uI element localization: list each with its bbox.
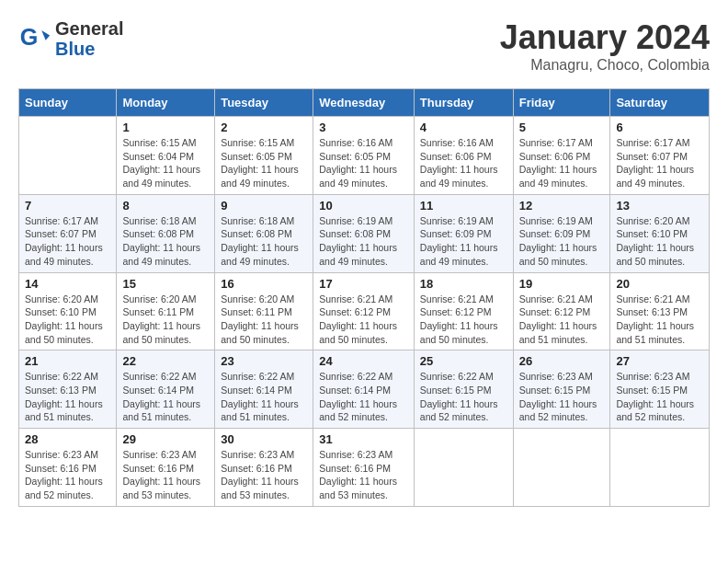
day-detail: Sunrise: 6:23 AMSunset: 6:16 PMDaylight:… (319, 448, 408, 502)
day-detail: Sunrise: 6:20 AMSunset: 6:10 PMDaylight:… (616, 214, 703, 269)
calendar-cell (19, 117, 117, 195)
day-detail: Sunrise: 6:23 AMSunset: 6:16 PMDaylight:… (122, 448, 209, 502)
calendar-cell: 9Sunrise: 6:18 AMSunset: 6:08 PMDaylight… (215, 194, 313, 272)
calendar-cell (414, 429, 513, 507)
calendar-week-4: 21Sunrise: 6:22 AMSunset: 6:13 PMDayligh… (19, 350, 710, 429)
calendar-cell: 11Sunrise: 6:19 AMSunset: 6:09 PMDayligh… (414, 194, 513, 272)
calendar-cell: 24Sunrise: 6:22 AMSunset: 6:14 PMDayligh… (313, 350, 415, 429)
day-detail: Sunrise: 6:23 AMSunset: 6:15 PMDaylight:… (519, 370, 605, 424)
calendar-cell: 1Sunrise: 6:15 AMSunset: 6:04 PMDaylight… (117, 117, 215, 195)
day-number: 11 (420, 199, 507, 213)
calendar-cell: 29Sunrise: 6:23 AMSunset: 6:16 PMDayligh… (117, 429, 215, 507)
column-header-monday: Monday (117, 89, 215, 117)
calendar-cell: 27Sunrise: 6:23 AMSunset: 6:15 PMDayligh… (610, 350, 710, 429)
calendar-cell: 2Sunrise: 6:15 AMSunset: 6:05 PMDaylight… (215, 117, 313, 195)
day-number: 18 (420, 277, 507, 291)
calendar-table: SundayMondayTuesdayWednesdayThursdayFrid… (18, 88, 710, 507)
day-number: 6 (616, 121, 703, 134)
day-number: 25 (420, 354, 507, 368)
day-number: 16 (221, 277, 307, 291)
calendar-cell: 25Sunrise: 6:22 AMSunset: 6:15 PMDayligh… (414, 350, 513, 429)
calendar-cell: 15Sunrise: 6:20 AMSunset: 6:11 PMDayligh… (117, 272, 215, 350)
calendar-cell: 7Sunrise: 6:17 AMSunset: 6:07 PMDaylight… (19, 194, 117, 272)
calendar-cell: 16Sunrise: 6:20 AMSunset: 6:11 PMDayligh… (215, 272, 313, 350)
day-detail: Sunrise: 6:19 AMSunset: 6:08 PMDaylight:… (319, 214, 408, 269)
day-detail: Sunrise: 6:20 AMSunset: 6:11 PMDaylight:… (221, 293, 307, 347)
calendar-cell: 17Sunrise: 6:21 AMSunset: 6:12 PMDayligh… (313, 272, 415, 350)
day-detail: Sunrise: 6:21 AMSunset: 6:12 PMDaylight:… (519, 293, 605, 347)
calendar-cell: 12Sunrise: 6:19 AMSunset: 6:09 PMDayligh… (513, 194, 610, 272)
day-detail: Sunrise: 6:18 AMSunset: 6:08 PMDaylight:… (221, 214, 307, 269)
day-detail: Sunrise: 6:23 AMSunset: 6:15 PMDaylight:… (616, 370, 703, 424)
day-number: 15 (122, 277, 209, 291)
month-title: January 2024 (500, 18, 710, 57)
calendar-week-3: 14Sunrise: 6:20 AMSunset: 6:10 PMDayligh… (19, 272, 710, 350)
logo-icon: G (18, 22, 51, 55)
day-detail: Sunrise: 6:23 AMSunset: 6:16 PMDaylight:… (25, 448, 110, 502)
column-header-wednesday: Wednesday (313, 89, 415, 117)
column-header-thursday: Thursday (414, 89, 513, 117)
day-number: 24 (319, 354, 408, 368)
day-detail: Sunrise: 6:17 AMSunset: 6:06 PMDaylight:… (519, 136, 605, 190)
svg-marker-1 (41, 30, 50, 40)
calendar-cell (610, 429, 710, 507)
calendar-cell: 23Sunrise: 6:22 AMSunset: 6:14 PMDayligh… (215, 350, 313, 429)
calendar-cell: 28Sunrise: 6:23 AMSunset: 6:16 PMDayligh… (19, 429, 117, 507)
calendar-cell: 14Sunrise: 6:20 AMSunset: 6:10 PMDayligh… (19, 272, 117, 350)
day-number: 12 (519, 199, 605, 213)
calendar-cell: 6Sunrise: 6:17 AMSunset: 6:07 PMDaylight… (610, 117, 710, 195)
day-number: 8 (122, 199, 209, 213)
calendar-week-5: 28Sunrise: 6:23 AMSunset: 6:16 PMDayligh… (19, 429, 710, 507)
calendar-cell: 10Sunrise: 6:19 AMSunset: 6:08 PMDayligh… (313, 194, 415, 272)
day-detail: Sunrise: 6:19 AMSunset: 6:09 PMDaylight:… (420, 214, 507, 269)
day-number: 28 (25, 432, 110, 446)
location-subtitle: Managru, Choco, Colombia (500, 57, 710, 74)
day-detail: Sunrise: 6:22 AMSunset: 6:14 PMDaylight:… (319, 370, 408, 424)
day-detail: Sunrise: 6:22 AMSunset: 6:15 PMDaylight:… (420, 370, 507, 424)
calendar-cell: 20Sunrise: 6:21 AMSunset: 6:13 PMDayligh… (610, 272, 710, 350)
day-number: 3 (319, 121, 408, 134)
calendar-cell: 4Sunrise: 6:16 AMSunset: 6:06 PMDaylight… (414, 117, 513, 195)
day-detail: Sunrise: 6:15 AMSunset: 6:04 PMDaylight:… (122, 136, 209, 190)
day-detail: Sunrise: 6:19 AMSunset: 6:09 PMDaylight:… (519, 214, 605, 269)
calendar-cell: 18Sunrise: 6:21 AMSunset: 6:12 PMDayligh… (414, 272, 513, 350)
calendar-cell: 26Sunrise: 6:23 AMSunset: 6:15 PMDayligh… (513, 350, 610, 429)
day-detail: Sunrise: 6:17 AMSunset: 6:07 PMDaylight:… (616, 136, 703, 190)
day-detail: Sunrise: 6:21 AMSunset: 6:12 PMDaylight:… (420, 293, 507, 347)
day-detail: Sunrise: 6:22 AMSunset: 6:13 PMDaylight:… (25, 370, 110, 424)
day-number: 4 (420, 121, 507, 134)
page-header: G General Blue January 2024 Managru, Cho… (18, 18, 710, 74)
day-number: 2 (221, 121, 307, 134)
day-detail: Sunrise: 6:23 AMSunset: 6:16 PMDaylight:… (221, 448, 307, 502)
day-number: 20 (616, 277, 703, 291)
day-number: 14 (25, 277, 110, 291)
title-area: January 2024 Managru, Choco, Colombia (500, 18, 710, 74)
day-number: 5 (519, 121, 605, 134)
day-number: 1 (122, 121, 209, 134)
calendar-week-1: 1Sunrise: 6:15 AMSunset: 6:04 PMDaylight… (19, 117, 710, 195)
day-detail: Sunrise: 6:16 AMSunset: 6:05 PMDaylight:… (319, 136, 408, 190)
day-number: 21 (25, 354, 110, 368)
calendar-cell: 22Sunrise: 6:22 AMSunset: 6:14 PMDayligh… (117, 350, 215, 429)
column-header-sunday: Sunday (19, 89, 117, 117)
calendar-body: 1Sunrise: 6:15 AMSunset: 6:04 PMDaylight… (19, 117, 710, 507)
day-detail: Sunrise: 6:15 AMSunset: 6:05 PMDaylight:… (221, 136, 307, 190)
day-detail: Sunrise: 6:20 AMSunset: 6:11 PMDaylight:… (122, 293, 209, 347)
calendar-cell: 3Sunrise: 6:16 AMSunset: 6:05 PMDaylight… (313, 117, 415, 195)
calendar-cell: 21Sunrise: 6:22 AMSunset: 6:13 PMDayligh… (19, 350, 117, 429)
day-detail: Sunrise: 6:18 AMSunset: 6:08 PMDaylight:… (122, 214, 209, 269)
calendar-cell: 8Sunrise: 6:18 AMSunset: 6:08 PMDaylight… (117, 194, 215, 272)
day-detail: Sunrise: 6:20 AMSunset: 6:10 PMDaylight:… (25, 293, 110, 347)
calendar-cell: 30Sunrise: 6:23 AMSunset: 6:16 PMDayligh… (215, 429, 313, 507)
calendar-cell: 5Sunrise: 6:17 AMSunset: 6:06 PMDaylight… (513, 117, 610, 195)
day-number: 22 (122, 354, 209, 368)
day-number: 13 (616, 199, 703, 213)
day-number: 9 (221, 199, 307, 213)
day-number: 10 (319, 199, 408, 213)
calendar-cell: 13Sunrise: 6:20 AMSunset: 6:10 PMDayligh… (610, 194, 710, 272)
logo-blue-text: Blue (55, 39, 123, 59)
day-number: 26 (519, 354, 605, 368)
day-number: 27 (616, 354, 703, 368)
calendar-cell (513, 429, 610, 507)
day-number: 19 (519, 277, 605, 291)
